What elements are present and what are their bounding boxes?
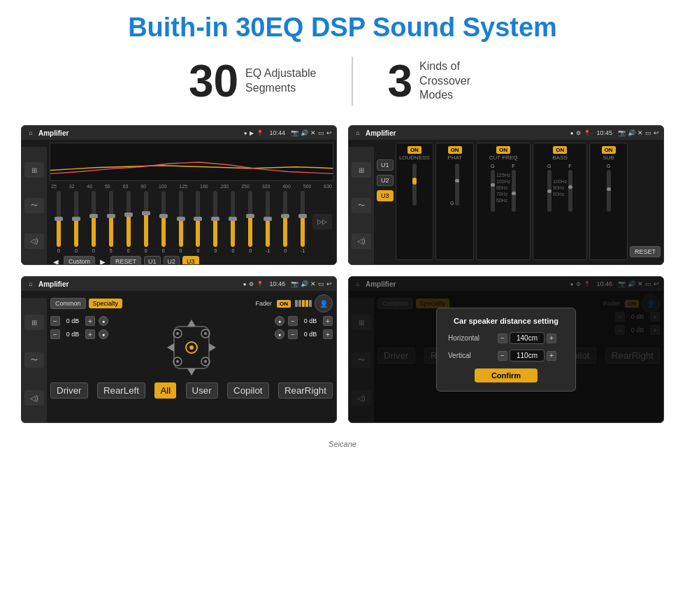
eq-slider-3[interactable]: 5 [103, 191, 119, 253]
driver-button[interactable]: Driver [50, 382, 88, 399]
vertical-minus[interactable]: − [498, 351, 507, 361]
home-icon-1[interactable]: ⌂ [26, 128, 36, 138]
horizontal-control: − 140cm + [498, 332, 556, 344]
wave-icon-2[interactable]: 〜 [352, 198, 371, 213]
status-bar-1: ⌂ Amplifier ● ▶ 📍 10:44 📷 🔊 ✕ ▭ ↩ [22, 126, 336, 140]
eq-sidebar-2: ⊞ 〜 ◁) [349, 147, 374, 264]
fader-on[interactable]: ON [277, 300, 291, 308]
db-plus-fl[interactable]: + [85, 316, 95, 326]
speaker-dot-rr[interactable]: ● [275, 329, 284, 339]
speaker-dot-fl[interactable]: ● [99, 316, 108, 326]
horizontal-row: Horizontal − 140cm + [448, 332, 564, 344]
db-minus-rr[interactable]: − [288, 329, 298, 339]
volume-icon-2: 🔊 [628, 129, 635, 136]
eq-slider-2[interactable]: 0 [86, 191, 101, 253]
bass-toggle[interactable]: ON [553, 146, 567, 154]
copilot-button[interactable]: Copilot [227, 382, 269, 399]
eq-slider-1[interactable]: 0 [68, 191, 84, 253]
eq-freq-labels: 25 32 40 50 63 80 100 125 160 200 250 32… [50, 184, 333, 189]
horizontal-plus[interactable]: + [547, 334, 556, 343]
svg-marker-4 [209, 343, 216, 352]
db-plus-fr[interactable]: + [323, 316, 333, 326]
u3-cross-button[interactable]: U3 [377, 190, 394, 201]
app-title-1: Amplifier [38, 129, 241, 137]
confirm-button[interactable]: Confirm [475, 368, 538, 382]
rearright-button[interactable]: RearRight [278, 382, 333, 399]
speaker-dot-rl[interactable]: ● [99, 329, 108, 339]
eq-slider-6[interactable]: 0 [156, 191, 171, 253]
phat-toggle[interactable]: ON [448, 146, 462, 154]
tablet-icon-1: ▭ [318, 129, 324, 136]
wave-icon[interactable]: 〜 [24, 198, 44, 213]
u1-button[interactable]: U1 [144, 256, 161, 265]
u2-cross-button[interactable]: U2 [377, 175, 394, 186]
eq-slider-4[interactable]: 0 [121, 191, 136, 253]
speaker-dot-fr[interactable]: ● [275, 316, 284, 326]
time-1: 10:44 [269, 129, 285, 136]
eq-slider-0[interactable]: 0 [51, 191, 66, 253]
cutfreq-toggle[interactable]: ON [496, 146, 510, 154]
wave-icon-3[interactable]: 〜 [24, 352, 44, 368]
loudness-toggle[interactable]: ON [408, 146, 421, 154]
all-button[interactable]: All [154, 382, 176, 399]
rearleft-button[interactable]: RearLeft [97, 382, 145, 399]
db-minus-fl[interactable]: − [50, 316, 60, 326]
eq-icon-2[interactable]: ⊞ [352, 162, 371, 178]
specialty-tab[interactable]: Specialty [89, 299, 123, 308]
speaker-vol-icon[interactable]: ◁) [24, 234, 44, 249]
vertical-plus[interactable]: + [547, 351, 556, 361]
status-bar-3: ⌂ Amplifier ● ⚙ 📍 10:46 📷 🔊 ✕ ▭ ↩ [22, 277, 336, 291]
eq-icon-3[interactable]: ⊞ [24, 315, 44, 330]
camera-icon-1: 📷 [291, 129, 298, 136]
home-icon-2[interactable]: ⌂ [353, 128, 363, 138]
eq-main: 25 32 40 50 63 80 100 125 160 200 250 32… [47, 140, 336, 265]
screen-crossover: ⌂ Amplifier ● ⚙ 📍 10:45 📷 🔊 ✕ ▭ ↩ ⊞ 〜 ◁)… [348, 125, 664, 265]
custom-button[interactable]: Custom [64, 256, 95, 265]
eq-icon[interactable]: ⊞ [24, 162, 44, 178]
db-minus-rl[interactable]: − [50, 329, 60, 339]
vertical-value: 110cm [510, 350, 545, 361]
home-icon-3[interactable]: ⌂ [26, 279, 36, 289]
time-3: 10:46 [269, 280, 285, 287]
u3-button[interactable]: U3 [182, 256, 199, 265]
volume-icon-3: 🔊 [301, 280, 308, 287]
user-button[interactable]: User [186, 382, 218, 399]
volume-icon-1: 🔊 [301, 129, 308, 136]
expand-icon[interactable]: ▷▷ [312, 214, 332, 229]
watermark: Seicane [0, 437, 685, 454]
back-icon-1[interactable]: ↩ [326, 129, 332, 136]
db-plus-rr[interactable]: + [323, 329, 333, 339]
eq-slider-7[interactable]: 0 [173, 191, 189, 253]
back-icon-2[interactable]: ↩ [654, 129, 659, 136]
eq-slider-12[interactable]: -1 [260, 191, 275, 253]
back-icon-3[interactable]: ↩ [326, 280, 332, 287]
db-minus-fr[interactable]: − [288, 316, 298, 326]
reset-button[interactable]: RESET [110, 256, 141, 265]
u1-cross-button[interactable]: U1 [377, 159, 394, 171]
x-icon-3: ✕ [310, 280, 316, 287]
eq-slider-10[interactable]: 0 [225, 191, 240, 253]
eq-slider-9[interactable]: 0 [208, 191, 223, 253]
person-icon[interactable]: 👤 [315, 294, 333, 313]
eq-slider-13[interactable]: 0 [277, 191, 293, 253]
app-title-3: Amplifier [38, 280, 240, 288]
next-button[interactable]: ▶ [98, 257, 108, 266]
reset-cross-button[interactable]: RESET [630, 246, 661, 257]
eq-slider-8[interactable]: 0 [191, 191, 206, 253]
speaker-vol-icon-2[interactable]: ◁) [352, 234, 371, 249]
eq-slider-11[interactable]: 0 [243, 191, 258, 253]
sub-toggle[interactable]: ON [602, 146, 616, 154]
time-2: 10:45 [596, 129, 612, 136]
stat-eq: 30 EQ AdjustableSegments [154, 59, 352, 103]
play-icon-1[interactable]: ▶ [250, 130, 254, 136]
db-plus-rl[interactable]: + [85, 329, 95, 339]
horizontal-label: Horizontal [448, 334, 493, 342]
common-tab[interactable]: Common [50, 298, 86, 309]
speaker-vol-icon-3[interactable]: ◁) [24, 390, 44, 406]
horizontal-minus[interactable]: − [498, 334, 507, 343]
record-icon-2: ● [570, 130, 574, 136]
eq-slider-14[interactable]: -1 [295, 191, 310, 253]
eq-slider-5[interactable]: 0 [138, 191, 154, 253]
u2-button[interactable]: U2 [164, 256, 180, 265]
prev-button[interactable]: ◀ [51, 257, 61, 266]
